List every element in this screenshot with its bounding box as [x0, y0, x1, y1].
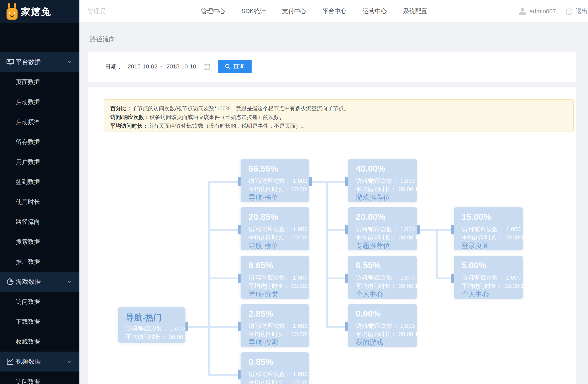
connector — [238, 274, 241, 283]
sidebar-section-video[interactable]: 视频数据 — [0, 352, 79, 371]
connector — [186, 322, 188, 331]
node-link[interactable]: 导航-搜索 — [249, 338, 278, 347]
date-label: 日期： — [105, 52, 123, 82]
flow-node[interactable]: 8.85% 访问/响应次数：1,000 平均访问时长：00:00:13 导航-分… — [241, 256, 309, 299]
connector — [451, 225, 454, 235]
node-percent: 5.00% — [462, 260, 486, 270]
nav-ops-center[interactable]: 运营中心 — [363, 7, 387, 15]
flow-node[interactable]: 0.00% 访问/响应次数：1,000 平均访问时长：00:00:13 我的游戏 — [348, 304, 417, 347]
user-icon — [518, 7, 527, 15]
note-line-visits: 访问/响应次数：设备访问该页面或响应该事件（比如点击按钮）的次数。 — [110, 113, 573, 122]
flow-node[interactable]: 66.55% 访问/响应次数：1,000 平均访问时长：00:00:13 导航-… — [241, 159, 309, 202]
connector — [417, 225, 420, 235]
sidebar-item-usage-time[interactable]: 使用时长 — [0, 192, 79, 212]
main-nav: 管理中心 SDK统计 支付中心 平台中心 运营中心 系统配置 — [201, 0, 427, 22]
node-link[interactable]: 导航-热门 — [126, 312, 162, 323]
node-link[interactable]: 导航-榜单 — [249, 241, 278, 251]
chevron-down-icon — [66, 59, 72, 65]
node-link[interactable]: 专题推荐位 — [356, 241, 390, 251]
sidebar-item-game-downloads[interactable]: 下载数据 — [0, 312, 79, 332]
sidebar-item-launch-freq[interactable]: 启动频率 — [0, 112, 79, 132]
sidebar-item-video-visits[interactable]: 访问数据 — [0, 371, 79, 384]
node-percent: 66.55% — [249, 164, 278, 174]
flow-node[interactable]: 20.85% 访问/响应次数：1,000 平均访问时长：00:00:13 导航-… — [241, 207, 309, 250]
sidebar-item-game-visits[interactable]: 访问数据 — [0, 292, 79, 312]
sidebar-item-search-data[interactable]: 搜索数据 — [0, 232, 79, 252]
flow-line — [188, 326, 238, 328]
connector — [345, 322, 348, 331]
brand-name: 家嬉兔 — [21, 5, 51, 18]
sidebar-item-path-flow[interactable]: 路径流向 — [0, 212, 79, 232]
note-line-percent: 百分比：子节点的访问次数/根节点访问次数*100%。意思是指这个根节点中有多少流… — [110, 104, 573, 113]
chevron-down-icon — [66, 359, 72, 364]
flow-node[interactable]: 15.00% 访问/响应次数：1,000 平均访问时长：00:00:13 登录页… — [454, 207, 523, 250]
connector — [238, 370, 241, 379]
sidebar-item-launch-data[interactable]: 启动数据 — [0, 92, 79, 112]
node-link[interactable]: 个人中心 — [462, 290, 489, 299]
flow-line — [208, 374, 238, 376]
bunny-logo-icon — [6, 2, 18, 21]
sidebar-item-user-data[interactable]: 用户数据 — [0, 152, 79, 172]
nav-admin-center[interactable]: 管理中心 — [201, 7, 225, 15]
node-link[interactable]: 导航-榜单 — [249, 193, 278, 202]
monitor-icon — [6, 58, 14, 66]
nav-sys-config[interactable]: 系统配置 — [403, 7, 427, 15]
chevron-down-icon — [66, 279, 72, 285]
connector — [309, 177, 312, 186]
flow-node[interactable]: 40.00% 访问/响应次数：1,000 平均访问时长：00:00:13 游戏推… — [348, 159, 417, 202]
username[interactable]: admin007 — [530, 8, 556, 15]
sidebar-item-promo-data[interactable]: 推广数据 — [0, 252, 79, 272]
node-link[interactable]: 导航-分类 — [249, 290, 278, 299]
legend-note-box: 百分比：子节点的访问次数/根节点访问次数*100%。意思是指这个根节点中有多少流… — [104, 99, 574, 131]
node-link[interactable]: 个人中心 — [356, 290, 383, 299]
date-end: 2015-10-10 — [166, 63, 196, 70]
flow-node[interactable]: 0.85% 访问/响应次数：1,000 平均访问时长：00:00:13 — [241, 352, 309, 384]
node-link[interactable]: 游戏推荐位 — [356, 193, 390, 202]
calendar-icon — [203, 63, 210, 70]
flow-line — [326, 326, 345, 328]
sidebar-item-page-data[interactable]: 页面数据 — [0, 72, 79, 92]
date-start: 2015-10-02 — [128, 63, 157, 70]
flow-line — [420, 229, 451, 231]
node-link[interactable]: 我的游戏 — [356, 338, 383, 347]
sidebar: 家嬉兔 平台数据 页面数据 启动数据 启动频率 留存数据 用户数据 签到数据 使… — [0, 0, 79, 384]
nav-pay-center[interactable]: 支付中心 — [282, 7, 306, 15]
flow-node[interactable]: 6.55% 访问/响应次数：1,000 平均访问时长：00:00:13 个人中心 — [348, 256, 417, 299]
logout-link[interactable]: 退出 — [576, 7, 588, 15]
brand-logo[interactable]: 家嬉兔 — [0, 0, 79, 23]
node-percent: 0.85% — [249, 357, 273, 367]
note-line-duration: 平均访问时长：所有页面停留时长/次数（没有时长的，说明是事件，不是页面）。 — [110, 122, 573, 130]
flow-line — [326, 181, 328, 328]
flow-line — [208, 277, 238, 279]
sidebar-section-label: 平台数据 — [16, 52, 41, 72]
sidebar-section-platform[interactable]: 平台数据 — [0, 52, 79, 72]
query-button-label: 查询 — [233, 63, 245, 70]
flow-node-root[interactable]: 导航-热门 访问/响应次数：1,000 平均访问时长：00:00:13 — [118, 307, 186, 342]
flow-line — [436, 277, 451, 279]
flow-node[interactable]: 5.00% 访问/响应次数：1,000 平均访问时长：00:00:13 个人中心 — [454, 256, 523, 299]
connector — [238, 225, 241, 235]
flow-line — [312, 181, 345, 183]
sidebar-item-game-favorites[interactable]: 收藏数据 — [0, 332, 79, 352]
sidebar-section-game[interactable]: 游戏数据 — [0, 272, 79, 292]
query-button[interactable]: 查询 — [218, 60, 252, 73]
flow-line — [326, 277, 345, 279]
power-icon[interactable] — [565, 7, 573, 15]
search-icon — [225, 64, 231, 70]
flow-node[interactable]: 20.00% 访问/响应次数：1,000 平均访问时长：00:00:13 专题推… — [348, 207, 417, 250]
connector — [345, 274, 348, 283]
flow-line — [436, 229, 438, 279]
sidebar-item-signin-data[interactable]: 签到数据 — [0, 172, 79, 192]
nav-platform-center[interactable]: 平台中心 — [322, 7, 347, 15]
sidebar-item-retention[interactable]: 留存数据 — [0, 132, 79, 152]
path-flow-page: 家嬉兔 平台数据 页面数据 启动数据 启动频率 留存数据 用户数据 签到数据 使… — [0, 0, 588, 384]
flow-node[interactable]: 2.85% 访问/响应次数：1,000 平均访问时长：00:00:13 导航-搜… — [241, 304, 309, 347]
nav-sdk-stats[interactable]: SDK统计 — [241, 7, 266, 15]
sidebar-section-label: 游戏数据 — [16, 272, 41, 292]
date-range-input[interactable]: 2015-10-02 ~ 2015-10-10 — [123, 60, 214, 73]
flow-line — [208, 229, 238, 231]
page-title: 路径流向 — [90, 35, 115, 44]
user-area: admin007 退出 — [518, 0, 588, 22]
node-percent: 20.00% — [356, 212, 385, 222]
node-link[interactable]: 登录页面 — [462, 241, 489, 251]
